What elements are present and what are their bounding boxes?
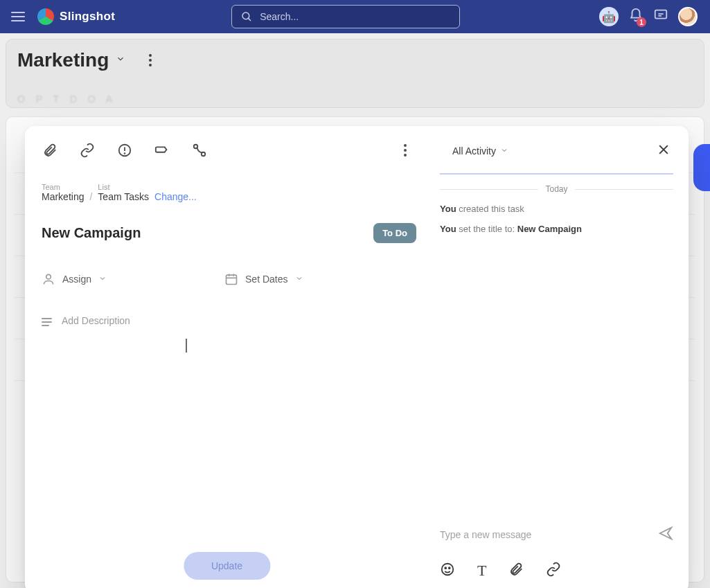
assistant-avatar[interactable]: 🤖 xyxy=(599,7,619,26)
composer-toolbar: T xyxy=(440,562,673,580)
close-button[interactable] xyxy=(654,140,673,162)
link-icon xyxy=(80,143,95,158)
activity-filter[interactable]: All Activity xyxy=(452,145,508,157)
description-placeholder[interactable]: Add Description xyxy=(62,315,416,495)
description-field[interactable]: Add Description xyxy=(42,315,416,495)
paperclip-icon xyxy=(508,562,524,577)
chat-button[interactable] xyxy=(653,8,668,26)
chevron-down-icon xyxy=(500,145,508,157)
page-title: Marketing xyxy=(17,49,109,71)
svg-point-8 xyxy=(46,274,51,279)
crumb-team-label: Team xyxy=(42,183,84,191)
svg-point-5 xyxy=(125,153,125,154)
assign-button[interactable]: Assign xyxy=(42,272,107,286)
crumb-change[interactable]: Change... xyxy=(154,191,197,202)
svg-point-17 xyxy=(449,567,450,569)
workspace-picker[interactable] xyxy=(116,54,125,66)
svg-point-0 xyxy=(242,12,249,19)
svg-rect-9 xyxy=(227,275,237,284)
crumb-list[interactable]: Team Tasks xyxy=(98,191,149,202)
alert-circle-icon xyxy=(117,143,132,158)
priority-button[interactable] xyxy=(116,142,133,159)
emoji-icon xyxy=(440,562,455,577)
activity-pane: All Activity Today You created this task… xyxy=(429,126,689,588)
date-divider: Today xyxy=(440,184,673,194)
svg-point-15 xyxy=(442,564,454,576)
chevron-down-icon xyxy=(295,274,303,285)
search-input[interactable] xyxy=(260,11,451,22)
set-dates-button[interactable]: Set Dates xyxy=(224,272,303,286)
global-search[interactable] xyxy=(231,5,460,28)
tags-icon xyxy=(154,143,170,158)
task-details-pane: Team Marketing / List Team Tasks Change.… xyxy=(25,126,429,588)
person-icon xyxy=(42,272,55,286)
date-divider-label: Today xyxy=(545,184,567,194)
calendar-icon xyxy=(224,272,238,286)
text-format-icon: T xyxy=(477,562,486,579)
text-cursor xyxy=(186,339,187,353)
search-icon xyxy=(240,10,253,23)
chevron-down-icon xyxy=(98,274,107,285)
task-title[interactable]: New Campaign xyxy=(42,225,141,241)
brand-name: Slingshot xyxy=(60,10,115,24)
background-tabs: O P T D O A xyxy=(17,93,116,105)
paperclip-icon xyxy=(42,143,57,158)
message-composer: T xyxy=(440,526,673,580)
page-header: Marketing O P T D O A xyxy=(6,39,704,108)
activity-item: You set the title to: New Campaign xyxy=(440,224,673,234)
dates-label: Set Dates xyxy=(245,274,287,285)
chat-icon xyxy=(653,8,668,23)
crumb-list-label: List xyxy=(98,183,149,191)
task-toolbar xyxy=(42,141,416,159)
compose-link-button[interactable] xyxy=(546,562,561,580)
activity-item: You created this task xyxy=(440,204,673,214)
link-button[interactable] xyxy=(79,142,96,159)
notifications-button[interactable]: 1 xyxy=(628,8,644,26)
workspace: Marketing O P T D O A Team xyxy=(0,33,710,588)
tags-button[interactable] xyxy=(154,142,170,159)
link-icon xyxy=(546,562,561,577)
description-icon xyxy=(42,318,52,326)
notification-badge: 1 xyxy=(637,17,646,27)
brand[interactable]: Slingshot xyxy=(37,8,115,25)
svg-point-16 xyxy=(445,567,446,569)
user-avatar[interactable] xyxy=(678,7,698,26)
brand-logo-icon xyxy=(37,8,54,25)
crumb-team[interactable]: Marketing xyxy=(42,191,84,202)
menu-button[interactable] xyxy=(7,6,29,28)
task-modal: Team Marketing / List Team Tasks Change.… xyxy=(25,126,689,588)
status-badge[interactable]: To Do xyxy=(373,223,416,243)
dependencies-icon xyxy=(192,143,207,158)
page-more-button[interactable] xyxy=(146,51,154,69)
format-button[interactable]: T xyxy=(477,562,486,580)
top-nav: Slingshot 🤖 1 xyxy=(0,0,710,33)
send-icon xyxy=(658,526,673,541)
compose-attach-button[interactable] xyxy=(508,562,524,580)
svg-line-1 xyxy=(249,18,251,21)
close-icon xyxy=(657,143,671,157)
breadcrumb: Team Marketing / List Team Tasks Change.… xyxy=(42,183,416,202)
activity-filter-label: All Activity xyxy=(452,145,496,157)
message-input[interactable] xyxy=(440,529,651,540)
dependencies-button[interactable] xyxy=(191,142,208,159)
assign-label: Assign xyxy=(62,274,91,285)
task-more-button[interactable] xyxy=(401,141,409,159)
emoji-button[interactable] xyxy=(440,562,455,580)
attachment-button[interactable] xyxy=(42,142,58,159)
send-button[interactable] xyxy=(658,526,673,544)
background-accent xyxy=(693,144,710,191)
update-button[interactable]: Update xyxy=(184,552,270,580)
